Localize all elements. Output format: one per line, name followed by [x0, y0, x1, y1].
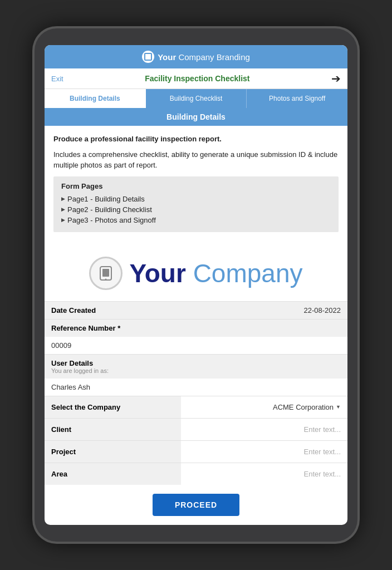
- user-sublabel: You are logged in as:: [51, 367, 109, 374]
- exit-link[interactable]: Exit: [51, 75, 63, 83]
- logo-bold: Your: [129, 259, 185, 288]
- date-created-value: 22-08-2022: [304, 306, 341, 315]
- company-select[interactable]: ACME Corporation: [188, 403, 334, 411]
- date-created-field: Date Created 22-08-2022: [45, 301, 347, 319]
- section-header: Building Details: [45, 108, 347, 126]
- user-name-row: Charles Ash: [45, 379, 347, 396]
- project-field: Project: [45, 440, 347, 463]
- reference-input-row: 00009: [45, 337, 347, 354]
- list-item: Page3 - Photos and Signoff: [61, 216, 331, 224]
- reference-label: Reference Number *: [51, 324, 120, 332]
- brand-bold: Your: [158, 52, 176, 62]
- reference-label-row: Reference Number *: [45, 320, 347, 337]
- user-details-label: User Details You are logged in as:: [51, 359, 109, 374]
- branding-bar: Your Company Branding: [45, 45, 347, 68]
- user-details-field: User Details You are logged in as: Charl…: [45, 354, 347, 396]
- app-screen: Your Company Branding Exit Facility Insp…: [45, 45, 347, 525]
- area-input-part: [181, 464, 347, 484]
- company-select-wrapper[interactable]: ACME Corporation: [188, 403, 341, 411]
- intro-line2: Includes a comprehensive checklist, abil…: [53, 149, 339, 171]
- brand-text: Your Company Branding: [158, 52, 250, 62]
- area-input[interactable]: [188, 470, 341, 478]
- client-label: Client: [45, 419, 181, 440]
- list-item: Page1 - Building Details: [61, 195, 331, 203]
- proceed-area: PROCEED: [45, 485, 347, 525]
- tab-building-checklist[interactable]: Building Checklist: [146, 89, 247, 108]
- project-input-part: [181, 442, 347, 461]
- svg-point-2: [105, 278, 107, 280]
- client-input[interactable]: [188, 425, 341, 434]
- logo-icon: [89, 257, 122, 290]
- next-arrow-icon[interactable]: ➔: [331, 72, 341, 85]
- select-company-input-part: ACME Corporation: [181, 397, 347, 417]
- user-name-value: Charles Ash: [51, 383, 90, 391]
- reference-field: Reference Number * 00009: [45, 319, 347, 354]
- logo-light: Company: [186, 259, 303, 288]
- form-pages-box: Form Pages Page1 - Building Details Page…: [53, 176, 339, 232]
- area-label: Area: [45, 463, 181, 485]
- page-title: Facility Inspection Checklist: [63, 74, 331, 83]
- project-input[interactable]: [188, 448, 341, 456]
- brand-icon: [142, 51, 154, 63]
- main-content: Produce a professional facility inspecti…: [45, 126, 347, 245]
- logo-text: Your Company: [129, 261, 302, 286]
- select-company-label: Select the Company: [45, 396, 181, 418]
- logo-svg-icon: [97, 264, 115, 282]
- nav-bar: Exit Facility Inspection Checklist ➔: [45, 68, 347, 89]
- tabs-bar: Building Details Building Checklist Phot…: [45, 89, 347, 108]
- client-input-part: [181, 420, 347, 439]
- client-field: Client: [45, 418, 347, 440]
- reference-value: 00009: [51, 341, 71, 350]
- select-company-field: Select the Company ACME Corporation: [45, 396, 347, 418]
- area-field: Area: [45, 463, 347, 485]
- device-frame: Your Company Branding Exit Facility Insp…: [35, 28, 357, 542]
- tab-building-details[interactable]: Building Details: [45, 89, 146, 108]
- project-label: Project: [45, 441, 181, 463]
- form-pages-list: Page1 - Building Details Page2 - Buildin…: [61, 195, 331, 224]
- tab-photos-signoff[interactable]: Photos and Signoff: [247, 89, 347, 108]
- logo-area: Your Company: [45, 245, 347, 301]
- svg-rect-1: [102, 269, 109, 277]
- date-created-label: Date Created: [51, 306, 96, 315]
- proceed-button[interactable]: PROCEED: [153, 494, 239, 516]
- intro-line1: Produce a professional facility inspecti…: [53, 134, 339, 145]
- list-item: Page2 - Building Checklist: [61, 205, 331, 214]
- date-created-label-row: Date Created 22-08-2022: [45, 302, 347, 319]
- brand-normal: Company Branding: [176, 52, 250, 62]
- form-pages-title: Form Pages: [61, 182, 331, 190]
- user-details-label-row: User Details You are logged in as:: [45, 355, 347, 379]
